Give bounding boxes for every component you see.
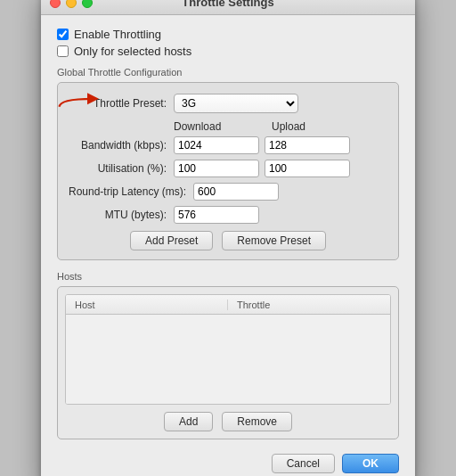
throttle-column-header: Throttle (228, 300, 390, 310)
arrow-icon (56, 90, 110, 115)
bandwidth-row: Bandwidth (kbps): (69, 136, 387, 154)
hosts-buttons: Add Remove (65, 412, 391, 431)
arrow-indicator (56, 90, 110, 118)
bottom-buttons: Cancel OK (57, 452, 399, 473)
mtu-label: MTU (bytes): (69, 209, 174, 221)
utilisation-download-input[interactable] (174, 160, 259, 177)
bandwidth-download-input[interactable] (174, 136, 259, 154)
dialog-content: Enable Throttling Only for selected host… (41, 15, 415, 476)
panel-buttons: Add Preset Remove Preset (69, 231, 387, 250)
latency-download-input[interactable] (193, 183, 279, 201)
utilisation-row: Utilisation (%): (69, 160, 387, 177)
remove-preset-button[interactable]: Remove Preset (222, 231, 326, 250)
latency-label: Round-trip Latency (ms): (69, 185, 193, 198)
add-preset-button[interactable]: Add Preset (130, 231, 213, 250)
mtu-row: MTU (bytes): (69, 206, 387, 224)
cancel-button[interactable]: Cancel (272, 454, 335, 473)
utilisation-upload-input[interactable] (265, 160, 350, 177)
titlebar: Throttle Settings (41, 0, 415, 15)
bandwidth-upload-input[interactable] (265, 136, 350, 154)
utilisation-label: Utilisation (%): (69, 162, 174, 175)
titlebar-buttons (50, 0, 93, 8)
only-selected-hosts-label[interactable]: Only for selected hosts (74, 45, 191, 58)
mtu-download-input[interactable] (174, 206, 259, 224)
latency-row: Round-trip Latency (ms): (69, 183, 387, 201)
hosts-table-header: Host Throttle (66, 295, 390, 315)
preset-row: Throttle Preset: 3G Edge GPRS Custom (69, 94, 387, 113)
hosts-section: Hosts Host Throttle Add Remove (57, 271, 399, 439)
download-header: Download (174, 120, 272, 133)
maximize-button[interactable] (82, 0, 93, 8)
hosts-section-label: Hosts (57, 271, 399, 282)
bandwidth-label: Bandwidth (kbps): (69, 139, 174, 152)
global-section-label: Global Throttle Configuration (57, 67, 399, 78)
window-title: Throttle Settings (182, 0, 273, 9)
minimize-button[interactable] (66, 0, 77, 8)
enable-throttling-row: Enable Throttling (57, 28, 399, 41)
dialog-window: Throttle Settings Enable Throttling Only… (41, 0, 415, 476)
upload-header: Upload (272, 120, 352, 133)
enable-throttling-checkbox[interactable] (57, 29, 69, 40)
remove-host-button[interactable]: Remove (222, 412, 292, 431)
enable-throttling-label[interactable]: Enable Throttling (74, 28, 161, 41)
add-host-button[interactable]: Add (164, 412, 213, 431)
hosts-panel: Host Throttle Add Remove (57, 286, 399, 439)
only-selected-hosts-row: Only for selected hosts (57, 45, 399, 58)
table-headers: Download Upload (69, 120, 387, 133)
host-column-header: Host (66, 300, 228, 310)
hosts-table-body (66, 315, 390, 404)
preset-select[interactable]: 3G Edge GPRS Custom (174, 94, 298, 113)
only-selected-hosts-checkbox[interactable] (57, 45, 69, 57)
global-throttle-panel: Throttle Preset: 3G Edge GPRS Custom Dow… (57, 82, 399, 260)
ok-button[interactable]: OK (342, 454, 399, 473)
hosts-table: Host Throttle (65, 294, 391, 405)
close-button[interactable] (50, 0, 61, 8)
